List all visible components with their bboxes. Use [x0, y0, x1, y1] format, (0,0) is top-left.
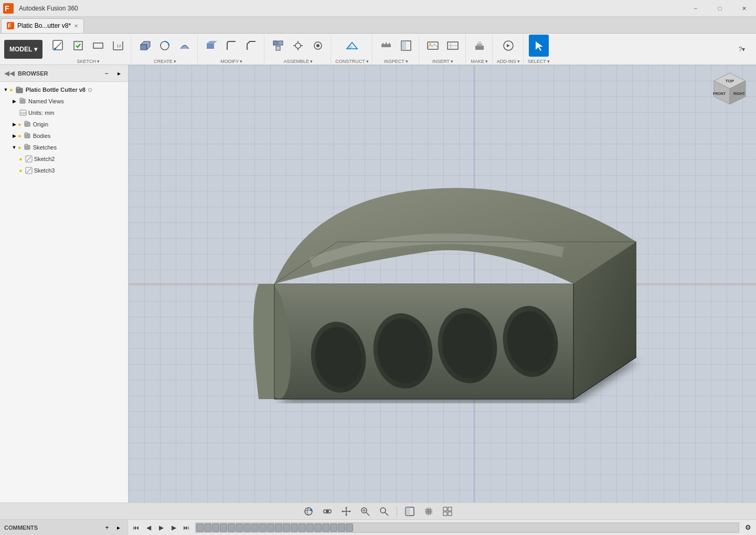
model-dropdown[interactable]: MODEL ▾ — [4, 40, 42, 59]
inspect-section-button[interactable] — [397, 35, 416, 57]
create-sweep-button[interactable] — [175, 35, 194, 57]
inspect-measure-button[interactable] — [377, 35, 396, 57]
addins-scripts-button[interactable] — [499, 35, 518, 57]
tree-item-sketches[interactable]: ▼ ● Sketches — [0, 142, 128, 153]
layout-button[interactable] — [439, 505, 456, 518]
tree-item-root[interactable]: ▼ ● Platic Bottle Cutter v8 ⊙ — [0, 84, 128, 95]
named-views-arrow[interactable]: ▶ — [10, 98, 18, 105]
construct-plane-button[interactable]: ▷ — [342, 35, 362, 57]
tree-item-origin[interactable]: ▶ ● Origin — [0, 119, 128, 130]
origin-arrow[interactable]: ▶ — [10, 121, 18, 128]
timeline-last-button[interactable]: ⏭ — [180, 522, 192, 533]
timeline-play-button[interactable]: ▶ — [155, 522, 167, 533]
timeline-op-18[interactable] — [330, 523, 337, 532]
root-settings-icon[interactable]: ⊙ — [88, 87, 92, 93]
sketch-create-button[interactable] — [49, 35, 68, 57]
sketch2-eye[interactable]: ● — [19, 156, 23, 162]
timeline-op-1[interactable] — [196, 523, 204, 532]
create-extrude-button[interactable] — [135, 35, 154, 57]
addins-icon — [502, 39, 515, 52]
tree-item-sketch2[interactable]: ● Sketch2 — [0, 153, 128, 165]
pan-button[interactable] — [338, 505, 355, 518]
sketch-rect-button[interactable] — [89, 35, 108, 57]
viewport[interactable]: TOP FRONT RIGHT — [129, 65, 756, 502]
bodies-eye[interactable]: ● — [18, 133, 22, 139]
timeline-op-20[interactable] — [346, 523, 353, 532]
display-mode-button[interactable] — [401, 505, 418, 518]
sidebar-collapse-button[interactable]: − — [102, 69, 111, 78]
timeline-op-7[interactable] — [243, 523, 251, 532]
tree-item-sketch3[interactable]: ● Sketch3 — [0, 165, 128, 176]
orbit-button[interactable] — [300, 505, 317, 518]
timeline-track[interactable] — [195, 522, 739, 533]
timeline-op-8[interactable] — [251, 523, 259, 532]
timeline-op-16[interactable] — [314, 523, 322, 532]
modify-fillet-button[interactable] — [222, 35, 241, 57]
svg-text:FRONT: FRONT — [713, 92, 726, 95]
bodies-arrow[interactable]: ▶ — [10, 132, 18, 140]
sidebar-back-icon[interactable]: ◀◀ — [4, 69, 15, 77]
tree-item-units[interactable]: ▶ mm Units: mm — [0, 107, 128, 119]
maximize-button[interactable]: □ — [708, 0, 732, 17]
look-at-button[interactable] — [319, 505, 336, 518]
minimize-button[interactable]: − — [684, 0, 708, 17]
fit-button[interactable] — [376, 505, 392, 518]
svg-text:RIGHT: RIGHT — [733, 92, 746, 95]
sketch-dim-button[interactable]: 12 — [109, 35, 127, 57]
select-tool-button[interactable] — [529, 35, 549, 57]
sketches-arrow[interactable]: ▼ — [10, 144, 18, 151]
units-label: Units: mm — [28, 110, 55, 116]
comments-expand-button[interactable]: ▸ — [114, 523, 123, 532]
tree-item-named-views[interactable]: ▶ Named Views — [0, 95, 128, 107]
timeline-op-2[interactable] — [204, 523, 211, 532]
assemble-joint-button[interactable] — [289, 35, 307, 57]
insert-canvas-button[interactable] — [443, 35, 462, 57]
root-eye[interactable]: ● — [9, 87, 13, 93]
timeline-prev-button[interactable]: ◀ — [143, 522, 154, 533]
tree-item-bodies[interactable]: ▶ ● Bodies — [0, 130, 128, 142]
tab-close-button[interactable]: ✕ — [74, 23, 78, 29]
assemble-rigid-button[interactable] — [308, 35, 327, 57]
timeline-op-6[interactable] — [236, 523, 243, 532]
timeline-op-10[interactable] — [267, 523, 274, 532]
make-3dprint-button[interactable] — [470, 35, 489, 57]
assemble-new-button[interactable] — [269, 35, 288, 57]
window-controls: − □ ✕ — [684, 0, 756, 17]
timeline-next-button[interactable]: ▶ — [168, 522, 179, 533]
sketch-dim-icon: 12 — [112, 39, 124, 52]
help-button[interactable]: ? ▾ — [730, 41, 754, 58]
timeline-op-14[interactable] — [299, 523, 306, 532]
root-arrow[interactable]: ▼ — [2, 86, 9, 93]
create-revolve-button[interactable] — [155, 35, 174, 57]
timeline-op-4[interactable] — [220, 523, 227, 532]
timeline-op-11[interactable] — [275, 523, 282, 532]
sketches-eye[interactable]: ● — [18, 144, 22, 151]
origin-eye[interactable]: ● — [18, 121, 22, 127]
grid-button[interactable] — [420, 505, 437, 518]
add-comment-button[interactable]: + — [102, 523, 112, 532]
close-button[interactable]: ✕ — [732, 0, 756, 17]
modify-press-button[interactable] — [202, 35, 221, 57]
timeline-first-button[interactable]: ⏮ — [130, 522, 142, 533]
timeline-op-9[interactable] — [259, 523, 267, 532]
sidebar-settings-button[interactable]: ▸ — [114, 69, 124, 78]
timeline-op-12[interactable] — [283, 523, 290, 532]
active-tab[interactable]: F Platic Bo...utter v8* ✕ — [1, 18, 84, 33]
modify-chamfer-button[interactable] — [242, 35, 261, 57]
timeline-op-15[interactable] — [306, 523, 314, 532]
sketch3-eye[interactable]: ● — [19, 167, 23, 174]
root-icon — [16, 85, 24, 94]
timeline-op-3[interactable] — [212, 523, 219, 532]
timeline-op-5[interactable] — [228, 523, 235, 532]
timeline-op-13[interactable] — [291, 523, 298, 532]
sketch-finish-button[interactable] — [69, 35, 88, 57]
zoom-button[interactable] — [357, 505, 374, 518]
inspect-buttons — [377, 35, 416, 57]
named-views-label: Named Views — [28, 98, 64, 104]
timeline-op-17[interactable] — [322, 523, 329, 532]
timeline-op-19[interactable] — [338, 523, 345, 532]
insert-image-button[interactable] — [423, 35, 442, 57]
sidebar-header: ◀◀ BROWSER − ▸ — [0, 65, 128, 82]
timeline-settings-button[interactable]: ⚙ — [742, 522, 754, 533]
view-cube[interactable]: TOP FRONT RIGHT — [709, 70, 751, 112]
